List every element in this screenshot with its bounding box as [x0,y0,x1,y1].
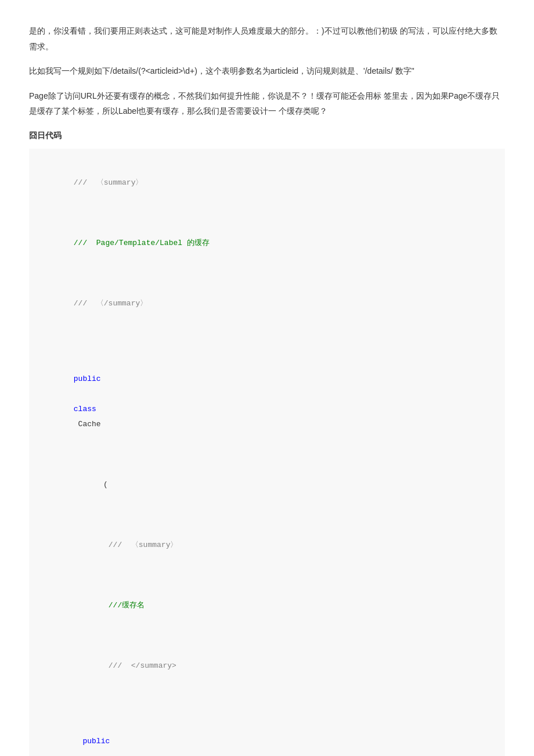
comment-endsummary-1: /// </summary> [109,661,176,670]
summary-cache-name: ///缓存名 [109,601,145,610]
code-line-blank-1 [46,206,488,221]
code-line-summary: /// Page/Template/Label 的缓存 [46,221,488,266]
kw-public: public [74,375,101,383]
open-brace: ( [85,480,108,489]
code-line-class: public class Cache [46,341,488,447]
code-line-blank-5 [46,507,488,523]
paragraph-2: 比如我写一个规则如下/details/(?<articleid>\d+)，这个表… [29,63,505,79]
main-content: 是的，你没看错，我们要用正则表达式，这可能是对制作人员难度最大的部分。：)不过可… [29,23,505,756]
code-line-1: /// 〈summary〉 [46,160,488,206]
comment-end-summary: /// 〈/summary〉 [74,299,147,308]
code-line-blank-2 [46,266,488,281]
code-line-cache-name: ///缓存名 [46,583,488,628]
class-name: Cache [74,420,101,429]
code-line-blank-3 [46,326,488,341]
comment-icon: /// 〈summary〉 [74,178,143,187]
code-block: /// 〈summary〉 /// Page/Template/Label 的缓… [29,149,505,756]
paragraph-3: Page除了访问URL外还要有缓存的概念，不然我们如何提升性能，你说是不？！缓存… [29,88,505,119]
code-line-blank-7 [46,628,488,643]
section-title: 囧日代码 [29,128,505,143]
kw-class: class [74,405,96,413]
code-line-endsummary: /// 〈/summary〉 [46,281,488,326]
code-line-blank-4 [46,447,488,462]
summary-text-1: /// Page/Template/Label 的缓存 [74,239,210,247]
comment-summary-2: /// 〈summary〉 [109,541,178,549]
code-line-open-brace: ( [46,462,488,507]
code-line-endsm1: /// </summary> [46,643,488,689]
code-line-blank-8 [46,689,488,704]
paragraph-1: 是的，你没看错，我们要用正则表达式，这可能是对制作人员难度最大的部分。：)不过可… [29,23,505,54]
code-line-cm1: /// 〈summary〉 [46,523,488,568]
kw-public-2: public [82,737,110,746]
code-line-blank-6 [46,568,488,583]
code-line-prop-string: public string Key { get ; set ; } [46,704,488,756]
